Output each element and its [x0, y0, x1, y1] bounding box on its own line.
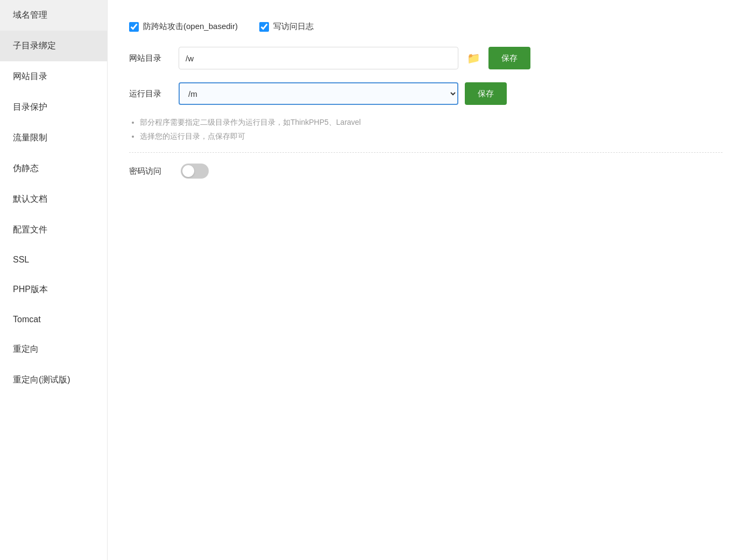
run-dir-label: 运行目录 [129, 89, 172, 99]
folder-icon[interactable]: 📁 [465, 49, 482, 67]
sidebar-item-tomcat[interactable]: Tomcat [0, 305, 107, 334]
anti-csrf-label: 防跨站攻击(open_basedir) [143, 22, 238, 32]
hint-item-2: 选择您的运行目录，点保存即可 [140, 132, 722, 141]
sidebar-item-default-document[interactable]: 默认文档 [0, 184, 107, 215]
sidebar-item-redirect[interactable]: 重定向 [0, 334, 107, 365]
sidebar-item-label: 域名管理 [13, 10, 47, 21]
password-label: 密码访问 [129, 166, 172, 176]
sidebar-item-php-version[interactable]: PHP版本 [0, 274, 107, 305]
sidebar-item-redirect-beta[interactable]: 重定向(测试版) [0, 365, 107, 395]
website-dir-label: 网站目录 [129, 53, 172, 63]
password-toggle[interactable] [181, 164, 209, 179]
write-log-checkbox-item[interactable]: 写访问日志 [259, 22, 314, 32]
sidebar-item-website-directory[interactable]: 网站目录 [0, 61, 107, 92]
sidebar-item-label: 子目录绑定 [13, 40, 56, 52]
hint-list: 部分程序需要指定二级目录作为运行目录，如ThinkPHP5、Laravel 选择… [129, 118, 722, 141]
website-dir-input[interactable] [179, 47, 458, 69]
sidebar-item-label: 重定向 [13, 344, 39, 355]
sidebar-item-label: SSL [13, 255, 29, 265]
divider [129, 152, 722, 153]
sidebar-item-label: 重定向(测试版) [13, 374, 70, 386]
main-content: 防跨站攻击(open_basedir) 写访问日志 网站目录 📁 保存 运行目录… [108, 0, 744, 560]
run-dir-select[interactable]: /m [179, 82, 458, 105]
sidebar-item-directory-protection[interactable]: 目录保护 [0, 92, 107, 123]
sidebar-item-label: 流量限制 [13, 132, 47, 144]
write-log-checkbox[interactable] [259, 22, 269, 32]
run-dir-row: 运行目录 /m 保存 [129, 82, 722, 105]
sidebar-item-subdirectory-binding[interactable]: 子目录绑定 [0, 31, 107, 61]
sidebar-item-config-file[interactable]: 配置文件 [0, 215, 107, 245]
toggle-slider [181, 164, 209, 179]
sidebar-item-label: Tomcat [13, 315, 41, 324]
sidebar-item-label: 目录保护 [13, 102, 47, 113]
hint-item-1: 部分程序需要指定二级目录作为运行目录，如ThinkPHP5、Laravel [140, 118, 722, 127]
write-log-label: 写访问日志 [273, 22, 314, 32]
sidebar-item-ssl[interactable]: SSL [0, 245, 107, 274]
sidebar-item-domain-management[interactable]: 域名管理 [0, 0, 107, 31]
anti-csrf-checkbox-item[interactable]: 防跨站攻击(open_basedir) [129, 22, 238, 32]
sidebar-item-label: PHP版本 [13, 284, 48, 295]
sidebar: 域名管理 子目录绑定 网站目录 目录保护 流量限制 伪静态 默认文档 配置文件 … [0, 0, 108, 560]
anti-csrf-checkbox[interactable] [129, 22, 139, 32]
password-row: 密码访问 [129, 164, 722, 179]
website-dir-row: 网站目录 📁 保存 [129, 47, 722, 69]
sidebar-item-label: 网站目录 [13, 71, 47, 82]
checkbox-row: 防跨站攻击(open_basedir) 写访问日志 [129, 22, 722, 32]
sidebar-item-pseudo-static[interactable]: 伪静态 [0, 153, 107, 184]
website-dir-save-button[interactable]: 保存 [488, 47, 530, 69]
run-dir-save-button[interactable]: 保存 [465, 82, 507, 105]
sidebar-item-label: 配置文件 [13, 224, 47, 236]
sidebar-item-label: 默认文档 [13, 194, 47, 205]
sidebar-item-traffic-limit[interactable]: 流量限制 [0, 123, 107, 153]
sidebar-item-label: 伪静态 [13, 163, 39, 174]
